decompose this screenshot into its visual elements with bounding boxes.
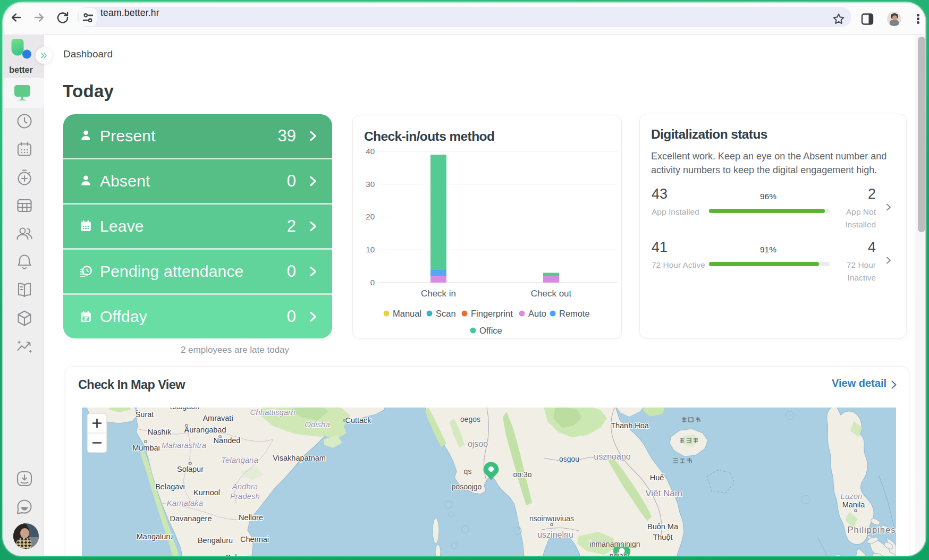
svg-text:oo:3o: oo:3o: [513, 470, 531, 479]
svg-text:30: 30: [366, 180, 375, 189]
svg-text:Cuttack: Cuttack: [345, 416, 371, 425]
svg-text:Kurnool: Kurnool: [193, 488, 220, 497]
svg-text:Andhra: Andhra: [232, 482, 258, 491]
svg-text:Scan: Scan: [436, 309, 456, 318]
svg-text:Belagavi: Belagavi: [155, 482, 185, 491]
svg-text:Manila: Manila: [842, 500, 866, 509]
svg-text:inmanamninjgn: inmanamninjgn: [590, 540, 640, 548]
svg-text:Check out: Check out: [531, 289, 572, 299]
svg-text:20: 20: [366, 212, 375, 221]
svg-text:Check in: Check in: [421, 289, 456, 299]
svg-text:Fingerprint: Fingerprint: [471, 309, 513, 318]
svg-text:Mumbai: Mumbai: [132, 444, 160, 452]
svg-text:Office: Office: [479, 326, 502, 335]
svg-text:Maharashtra: Maharashtra: [162, 440, 206, 449]
svg-text:usznoano: usznoano: [594, 452, 630, 461]
svg-text:Pradesh: Pradesh: [230, 491, 260, 500]
svg-text:uszinelnu: uszinelnu: [537, 530, 573, 539]
svg-text:Remote: Remote: [559, 309, 590, 318]
svg-text:Bengaluru: Bengaluru: [198, 536, 233, 545]
svg-text:Visakhapatnam: Visakhapatnam: [273, 454, 326, 462]
svg-text:nsoinwuviuas: nsoinwuviuas: [529, 514, 574, 523]
svg-text:10: 10: [366, 245, 375, 254]
svg-text:Amravati: Amravati: [202, 414, 233, 422]
svg-text:Salem: Salem: [225, 553, 247, 556]
svg-text:Luzon: Luzon: [841, 491, 863, 500]
svg-text:Huế: Huế: [650, 473, 664, 482]
svg-text:Nashik: Nashik: [148, 428, 172, 436]
svg-text:40: 40: [366, 147, 375, 156]
svg-text:Davanagere: Davanagere: [170, 514, 212, 523]
svg-text:Nellore: Nellore: [239, 513, 263, 522]
svg-text:Aurangabad: Aurangabad: [184, 426, 226, 434]
svg-text:Karnataka: Karnataka: [167, 498, 203, 507]
svg-text:Việt Nam: Việt Nam: [645, 488, 682, 498]
svg-text:Thuột: Thuột: [653, 533, 672, 541]
svg-text:ngjan: ngjan: [610, 551, 628, 556]
svg-text:Buôn Ma: Buôn Ma: [647, 522, 679, 531]
svg-text:osgou: osgou: [559, 455, 579, 463]
svg-text:Solapur: Solapur: [177, 465, 204, 473]
svg-text:Mangaluru: Mangaluru: [137, 532, 173, 541]
svg-text:Chhattisgarh: Chhattisgarh: [250, 408, 295, 417]
svg-text:Manual: Manual: [393, 309, 421, 318]
svg-text:Chennai: Chennai: [240, 535, 269, 544]
svg-text:Telangana: Telangana: [221, 455, 258, 464]
svg-text:Surat: Surat: [136, 410, 154, 419]
svg-text:qs: qs: [464, 467, 472, 476]
svg-text:posoojgo: posoojgo: [452, 482, 482, 491]
svg-text:oegos: oegos: [460, 415, 480, 423]
svg-text:Thanh Hoá: Thanh Hoá: [611, 421, 649, 430]
svg-text:Nanded: Nanded: [214, 436, 241, 445]
svg-text:Philippines: Philippines: [848, 525, 896, 534]
svg-text:Jalgaon: Jalgaon: [173, 408, 200, 411]
svg-text:Auto: Auto: [528, 309, 546, 318]
svg-text:ojsoo: ojsoo: [468, 439, 488, 448]
svg-text:Odisha: Odisha: [305, 420, 330, 429]
svg-text:0: 0: [370, 278, 375, 287]
